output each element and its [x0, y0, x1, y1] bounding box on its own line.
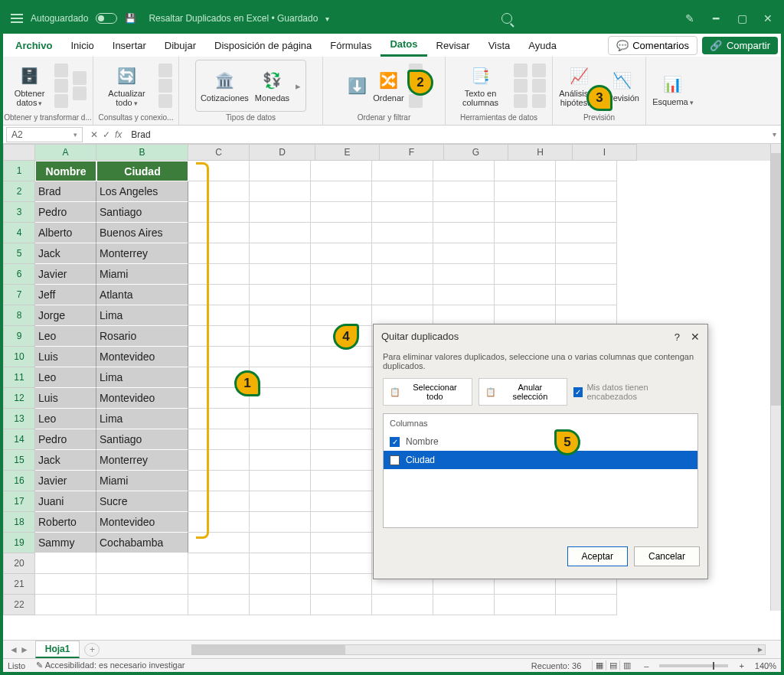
share-button[interactable]: 🔗 Compartir	[702, 37, 778, 54]
ribbon-small-button[interactable]	[532, 79, 546, 93]
tab-revisar[interactable]: Revisar	[427, 35, 479, 56]
ok-button[interactable]: Aceptar	[567, 546, 628, 566]
ribbon-group-label: Tipos de datos	[226, 112, 276, 123]
ribbon-small-button[interactable]	[158, 64, 172, 77]
formula-input[interactable]: Brad	[126, 129, 768, 140]
dialog-title: Quitar duplicados	[381, 331, 459, 343]
grid: A B C D E F G H I 1NombreCiudad2BradLos …	[3, 144, 781, 628]
column-item-nombre[interactable]: Nombre	[384, 432, 697, 451]
ribbon-small-button[interactable]	[54, 64, 68, 77]
callout-3: 3	[586, 85, 612, 111]
tab-dibujar[interactable]: Dibujar	[155, 35, 205, 56]
tab-datos[interactable]: Datos	[381, 34, 426, 57]
ribbon-small-button[interactable]	[54, 94, 68, 108]
tab-insertar[interactable]: Insertar	[103, 35, 155, 56]
ribbon-small-button[interactable]	[158, 94, 172, 108]
sheet-bar: ◄► Hoja1 + ◄►	[3, 640, 781, 658]
tab-layout[interactable]: Disposición de página	[205, 35, 321, 56]
tab-formulas[interactable]: Fórmulas	[321, 35, 381, 56]
tab-ayuda[interactable]: Ayuda	[519, 35, 566, 56]
dialog-close-icon[interactable]: ✕	[691, 331, 700, 343]
select-all-button[interactable]: 📋 Seleccionar todo	[383, 378, 472, 406]
fx-icon[interactable]: fx	[115, 129, 122, 140]
app-menu-icon[interactable]	[11, 14, 23, 23]
select-all-cell[interactable]	[3, 144, 35, 161]
vertical-scrollbar[interactable]	[770, 144, 781, 611]
col-header[interactable]: I	[573, 144, 637, 161]
callout-5: 5	[554, 429, 580, 455]
tab-inicio[interactable]: Inicio	[61, 35, 103, 56]
col-header[interactable]: E	[315, 144, 380, 161]
ribbon-group-label: Previsión	[583, 112, 615, 123]
minimize-icon[interactable]: ━	[710, 13, 721, 24]
col-header[interactable]: B	[96, 144, 188, 161]
col-header[interactable]: C	[188, 144, 250, 161]
column-item-ciudad[interactable]: Ciudad	[384, 451, 697, 469]
ribbon-small-button[interactable]	[532, 94, 546, 108]
stocks-button[interactable]: 🏛️Cotizaciones	[201, 69, 249, 103]
name-box[interactable]: A2▾	[6, 127, 83, 142]
prev-sheet-icon[interactable]: ◄	[9, 644, 18, 655]
text-to-columns-button[interactable]: 📑Texto en columnas	[452, 64, 509, 107]
save-icon[interactable]: 💾	[125, 13, 136, 24]
ribbon-small-button[interactable]	[532, 64, 546, 77]
close-icon[interactable]: ✕	[763, 13, 773, 24]
sort-az-button[interactable]: ⬇️	[345, 74, 368, 97]
cancel-button[interactable]: Cancelar	[634, 546, 700, 566]
col-header[interactable]: D	[250, 144, 315, 161]
get-data-button[interactable]: 🗄️Obtener datos	[9, 64, 50, 108]
expand-fb-icon[interactable]: ▾	[768, 130, 781, 139]
refresh-all-button[interactable]: 🔄Actualizar todo	[100, 64, 154, 108]
ribbon-small-button[interactable]	[514, 64, 528, 77]
window-title: Resaltar Duplicados en Excel • Guardado	[149, 13, 318, 24]
col-header[interactable]: G	[444, 144, 508, 161]
comments-button[interactable]: 💬 Comentarios	[608, 36, 697, 55]
unselect-all-button[interactable]: 📋 Anular selección	[479, 378, 567, 406]
zoom-level: 140%	[755, 661, 776, 670]
col-header[interactable]: H	[508, 144, 573, 161]
callout-1: 1	[234, 370, 260, 396]
dialog-description: Para eliminar valores duplicados, selecc…	[383, 352, 698, 370]
help-icon[interactable]: ?	[675, 331, 680, 343]
currency-button[interactable]: 💱Monedas	[255, 69, 289, 103]
tab-vista[interactable]: Vista	[479, 35, 520, 56]
search-icon[interactable]	[501, 13, 512, 24]
cancel-formula-icon[interactable]: ✕	[90, 129, 98, 140]
ribbon-small-button[interactable]	[54, 79, 68, 93]
zoom-slider[interactable]	[659, 664, 728, 667]
col-header[interactable]: F	[380, 144, 444, 161]
ribbon-small-button[interactable]	[73, 86, 87, 100]
status-accessibility[interactable]: ✎ Accesibilidad: es necesario investigar	[36, 660, 185, 670]
sort-button[interactable]: 🔀Ordenar	[373, 69, 403, 103]
ribbon-group-label: Herramientas de datos	[460, 112, 537, 123]
zoom-in-icon[interactable]: +	[739, 661, 743, 670]
status-ready: Listo	[8, 661, 25, 670]
ribbon-small-button[interactable]	[514, 94, 528, 108]
autosave-toggle[interactable]	[96, 13, 117, 24]
columns-label: Columnas	[384, 414, 697, 432]
ribbon-small-button[interactable]	[158, 79, 172, 93]
formula-bar: A2▾ ✕✓fx Brad ▾	[3, 126, 781, 144]
next-sheet-icon[interactable]: ►	[20, 644, 29, 655]
remove-duplicates-dialog: Quitar duplicados ?✕ Para eliminar valor…	[373, 324, 708, 579]
enter-formula-icon[interactable]: ✓	[103, 129, 110, 140]
callout-4: 4	[333, 324, 359, 350]
sheet-tab[interactable]: Hoja1	[35, 641, 80, 658]
col-header[interactable]: A	[35, 144, 96, 161]
ribbon-small-button[interactable]	[73, 71, 87, 85]
outline-button[interactable]: 📊Esquema	[652, 73, 693, 107]
add-sheet-icon[interactable]: +	[84, 643, 100, 657]
ribbon-group-label: Obtener y transformar d...	[4, 112, 92, 123]
horizontal-scrollbar[interactable]: ◄►	[191, 644, 766, 655]
zoom-out-icon[interactable]: –	[644, 661, 648, 670]
tab-archivo[interactable]: Archivo	[6, 35, 61, 56]
remove-duplicates-button[interactable]	[514, 79, 528, 93]
ribbon-group-label: Consultas y conexio...	[99, 112, 174, 123]
ribbon-small-button[interactable]	[409, 94, 423, 108]
callout-2: 2	[407, 70, 433, 96]
headers-checkbox[interactable]: Mis datos tienen encabezados	[573, 383, 698, 401]
pencil-icon[interactable]: ✎	[684, 13, 695, 24]
maximize-icon[interactable]: ▢	[737, 13, 747, 24]
view-buttons[interactable]: ▦▤▥	[592, 660, 633, 670]
status-bar: Listo ✎ Accesibilidad: es necesario inve…	[3, 658, 781, 672]
